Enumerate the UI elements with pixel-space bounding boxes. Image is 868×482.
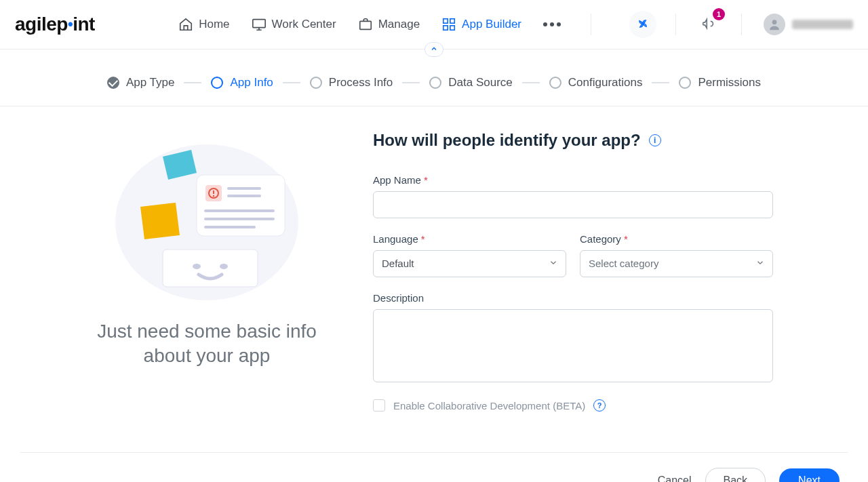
step-label: App Info: [230, 76, 273, 89]
nav-right-icons: 1: [629, 11, 853, 38]
divider: [741, 14, 742, 35]
svg-rect-4: [443, 26, 448, 30]
step-label: Process Info: [329, 76, 393, 89]
chevron-up-icon: [430, 44, 438, 55]
brand-accent: •: [68, 16, 73, 33]
nav-home-label: Home: [199, 18, 229, 31]
briefcase-icon: [358, 17, 373, 32]
step-permissions[interactable]: Permissions: [679, 76, 761, 89]
step-done-icon: [107, 77, 119, 89]
left-title: Just need some basic info about your app: [95, 319, 319, 369]
svg-rect-2: [443, 19, 448, 23]
step-app-info[interactable]: App Info: [211, 76, 273, 89]
info-icon[interactable]: i: [649, 134, 661, 146]
step-data-source[interactable]: Data Source: [429, 76, 513, 89]
nav-home[interactable]: Home: [178, 17, 229, 32]
svg-rect-5: [450, 26, 454, 30]
description-input[interactable]: [373, 309, 773, 382]
svg-point-10: [220, 264, 228, 269]
step-separator: [283, 82, 300, 83]
collapse-toggle[interactable]: [425, 42, 443, 57]
label-text: Language: [373, 233, 418, 245]
language-label: Language*: [373, 233, 566, 245]
step-label: App Type: [126, 76, 175, 89]
monitor-icon: [252, 17, 267, 32]
home-icon: [178, 17, 193, 32]
required-marker: *: [421, 233, 425, 245]
pinwheel-button[interactable]: [629, 11, 656, 38]
step-label: Permissions: [698, 76, 761, 89]
step-separator: [184, 82, 201, 83]
nav-more[interactable]: [543, 22, 561, 26]
svg-rect-0: [252, 20, 264, 28]
label-text: App Name: [373, 174, 421, 186]
required-marker: *: [424, 174, 428, 186]
form-panel: How will people identify your app? i App…: [373, 131, 773, 411]
brand-prefix: agilep: [15, 14, 68, 35]
nav-work-center-label: Work Center: [272, 18, 336, 31]
svg-rect-1: [359, 21, 371, 29]
app-name-input[interactable]: [373, 191, 773, 218]
divider: [591, 14, 591, 35]
category-select[interactable]: Select category: [580, 250, 773, 277]
nav-work-center[interactable]: Work Center: [252, 17, 336, 32]
step-pending-icon: [549, 77, 561, 89]
user-menu[interactable]: [764, 14, 853, 35]
step-separator: [522, 82, 540, 83]
nav-items: Home Work Center Manage App Builder: [178, 11, 853, 38]
field-description: Description: [373, 292, 773, 384]
collab-label: Enable Collaborative Development (BETA): [393, 400, 585, 411]
step-current-icon: [211, 77, 223, 89]
pinwheel-icon: [636, 17, 650, 33]
notification-badge: 1: [713, 8, 725, 20]
collab-checkbox[interactable]: [373, 399, 385, 411]
nav-app-builder-label: App Builder: [462, 18, 521, 31]
svg-rect-8: [163, 249, 258, 287]
step-label: Configurations: [568, 76, 643, 89]
step-configurations[interactable]: Configurations: [549, 76, 643, 89]
step-pending-icon: [429, 77, 441, 89]
field-category: Category* Select category: [580, 233, 773, 277]
main-content: Just need some basic info about your app…: [54, 106, 814, 425]
nav-app-builder[interactable]: App Builder: [441, 17, 521, 32]
nav-manage-label: Manage: [378, 18, 420, 31]
step-pending-icon: [310, 77, 322, 89]
svg-point-9: [193, 264, 201, 269]
nav-manage[interactable]: Manage: [358, 17, 420, 32]
brand-suffix: int: [73, 14, 95, 35]
illustration: [112, 131, 302, 307]
wizard-stepper: App Type App Info Process Info Data Sour…: [0, 57, 868, 106]
label-text: Category: [580, 233, 621, 245]
app-name-label: App Name*: [373, 174, 773, 186]
next-button[interactable]: Next: [779, 468, 840, 482]
step-process-info[interactable]: Process Info: [310, 76, 393, 89]
help-icon[interactable]: ?: [593, 399, 606, 411]
svg-rect-3: [450, 19, 454, 23]
step-label: Data Source: [448, 76, 513, 89]
brand-logo: agilep•int: [15, 14, 95, 35]
announcements-button[interactable]: 1: [695, 11, 722, 38]
divider: [675, 14, 676, 35]
back-button[interactable]: Back: [705, 468, 766, 482]
step-pending-icon: [679, 77, 691, 89]
cancel-button[interactable]: Cancel: [658, 475, 692, 482]
step-separator: [652, 82, 669, 83]
left-panel: Just need some basic info about your app: [95, 131, 319, 411]
user-name: [792, 20, 853, 29]
svg-point-6: [772, 20, 777, 24]
form-heading: How will people identify your app?: [373, 131, 641, 150]
field-language: Language* Default: [373, 233, 566, 277]
field-app-name: App Name*: [373, 174, 773, 218]
step-app-type[interactable]: App Type: [107, 76, 175, 89]
svg-point-15: [213, 195, 214, 197]
required-marker: *: [624, 233, 628, 245]
step-separator: [402, 82, 420, 83]
wizard-footer: Cancel Back Next: [20, 452, 848, 482]
grid-icon: [441, 17, 456, 32]
collab-row: Enable Collaborative Development (BETA) …: [373, 399, 773, 411]
language-select[interactable]: Default: [373, 250, 566, 277]
category-label: Category*: [580, 233, 773, 245]
avatar-icon: [764, 14, 785, 35]
description-label: Description: [373, 292, 773, 304]
